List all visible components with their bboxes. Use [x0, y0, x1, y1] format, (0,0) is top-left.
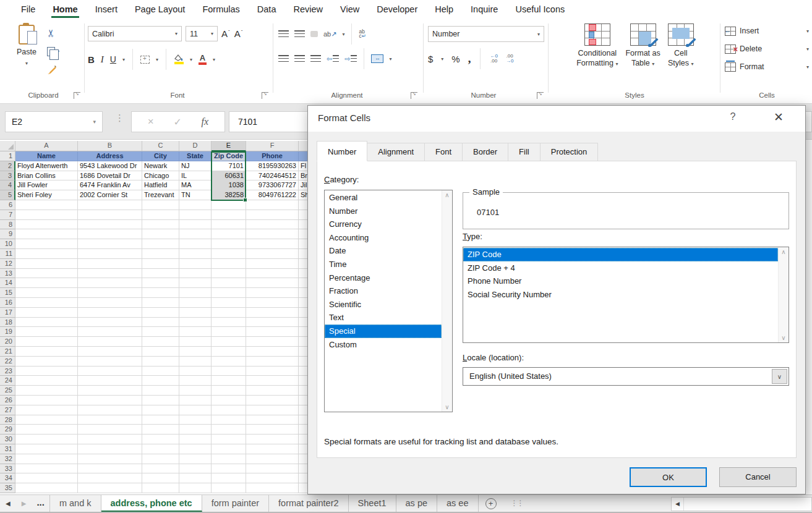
fill-color-button[interactable] [174, 54, 184, 64]
name-box-chevron-icon[interactable]: ▾ [93, 119, 96, 125]
cell-C25[interactable] [142, 386, 179, 396]
row-header-7[interactable]: 7 [0, 210, 15, 220]
top-align-icon[interactable] [278, 30, 289, 38]
cell-E30[interactable] [212, 435, 246, 444]
type-scrollbar[interactable]: ∧ ∨ [778, 247, 788, 342]
dialog-tab-number[interactable]: Number [317, 141, 367, 161]
ribbon-tab-file[interactable]: File [12, 2, 44, 19]
cell-F33[interactable] [246, 464, 299, 474]
align-right-icon[interactable] [310, 55, 321, 62]
cell-E6[interactable] [212, 200, 246, 210]
cell-C3[interactable]: Chicago [142, 171, 179, 181]
cell-D29[interactable] [179, 425, 212, 435]
row-header-28[interactable]: 28 [0, 415, 15, 425]
italic-button[interactable]: I [101, 54, 104, 65]
row-header-22[interactable]: 22 [0, 357, 15, 367]
cell-B33[interactable] [78, 464, 142, 474]
cell-C18[interactable] [142, 318, 179, 328]
cell-D8[interactable] [179, 220, 212, 230]
row-header-30[interactable]: 30 [0, 435, 15, 444]
cell-C5[interactable]: Trezevant [142, 190, 179, 200]
row-header-26[interactable]: 26 [0, 396, 15, 405]
cell-F14[interactable] [246, 278, 299, 288]
cell-C15[interactable] [142, 288, 179, 298]
cell-G12[interactable] [299, 259, 307, 269]
format-painter-button[interactable] [47, 63, 59, 77]
cell-A15[interactable] [15, 288, 78, 298]
category-time[interactable]: Time [325, 258, 442, 271]
middle-align-icon[interactable] [294, 30, 305, 38]
cell-F15[interactable] [246, 288, 299, 298]
cell-D28[interactable] [179, 415, 212, 425]
cell-D20[interactable] [179, 337, 212, 347]
clipboard-dialog-launcher-icon[interactable] [74, 92, 80, 99]
cell-G10[interactable] [299, 239, 307, 249]
cell-E21[interactable] [212, 347, 246, 357]
cell-A29[interactable] [15, 425, 78, 435]
cell-F18[interactable] [246, 318, 299, 328]
cell-A28[interactable] [15, 415, 78, 425]
cell-E11[interactable] [212, 249, 246, 259]
cell-F12[interactable] [246, 259, 299, 269]
type-listbox[interactable]: ZIP CodeZIP Code + 4Phone NumberSocial S… [463, 247, 789, 343]
font-size-combo[interactable]: 11▾ [186, 26, 218, 41]
cell-A13[interactable] [15, 269, 78, 279]
sheet-tab-as-ee[interactable]: as ee [437, 495, 478, 512]
row-header-20[interactable]: 20 [0, 337, 15, 347]
column-header-f[interactable]: F [246, 141, 299, 151]
cell-E24[interactable] [212, 376, 246, 386]
row-header-5[interactable]: 5 [0, 190, 15, 200]
cell-G35[interactable] [299, 483, 307, 493]
cell-F21[interactable] [246, 347, 299, 357]
cell-E7[interactable] [212, 210, 246, 220]
underline-button[interactable]: U [110, 54, 116, 64]
cell-G29[interactable] [299, 425, 307, 435]
font-dialog-launcher-icon[interactable] [262, 92, 268, 99]
cell-G9[interactable] [299, 229, 307, 239]
paste-button[interactable]: Paste ▾ [12, 25, 41, 67]
cell-D33[interactable] [179, 464, 212, 474]
cell-B8[interactable] [78, 220, 142, 230]
cell-A33[interactable] [15, 464, 78, 474]
row-header-2[interactable]: 2 [0, 161, 15, 171]
number-dialog-launcher-icon[interactable] [537, 92, 544, 99]
row-header-24[interactable]: 24 [0, 376, 15, 386]
cell-E19[interactable] [212, 327, 246, 337]
cell-D1[interactable]: State [179, 151, 212, 161]
locale-dropdown[interactable]: English (United States) ∨ [463, 367, 789, 386]
cell-A30[interactable] [15, 435, 78, 444]
cell-A7[interactable] [15, 210, 78, 220]
wrap-text-button[interactable]: abc↵ [359, 30, 365, 38]
cell-C4[interactable]: Hatfield [142, 180, 179, 190]
ribbon-tab-view[interactable]: View [331, 2, 368, 19]
cell-F13[interactable] [246, 269, 299, 279]
fill-color-chevron-icon[interactable]: ▾ [190, 57, 192, 62]
cell-D9[interactable] [179, 229, 212, 239]
cell-E22[interactable] [212, 357, 246, 367]
cell-E4[interactable]: 1038 [212, 180, 246, 190]
cut-button[interactable]: ✂ [47, 26, 59, 40]
cell-D2[interactable]: NJ [179, 161, 212, 171]
cell-E12[interactable] [212, 259, 246, 269]
align-center-icon[interactable] [294, 55, 305, 62]
cell-D19[interactable] [179, 327, 212, 337]
cell-F27[interactable] [246, 405, 299, 415]
cell-A17[interactable] [15, 308, 78, 318]
row-header-17[interactable]: 17 [0, 308, 15, 318]
enter-entry-icon[interactable]: ✓ [173, 116, 181, 128]
cell-E10[interactable] [212, 239, 246, 249]
cell-F11[interactable] [246, 249, 299, 259]
cell-C35[interactable] [142, 483, 179, 493]
cell-F10[interactable] [246, 239, 299, 249]
scroll-left-icon[interactable]: ◀ [672, 498, 684, 511]
cell-B26[interactable] [78, 396, 142, 405]
cell-C20[interactable] [142, 337, 179, 347]
font-color-chevron-icon[interactable]: ▾ [213, 57, 215, 62]
close-icon[interactable]: ✕ [769, 110, 788, 124]
cell-D12[interactable] [179, 259, 212, 269]
cell-D25[interactable] [179, 386, 212, 396]
bottom-align-button[interactable] [310, 31, 318, 37]
cell-G6[interactable] [299, 200, 307, 210]
cell-G14[interactable] [299, 278, 307, 288]
copy-button[interactable]: ▾ [47, 45, 59, 58]
